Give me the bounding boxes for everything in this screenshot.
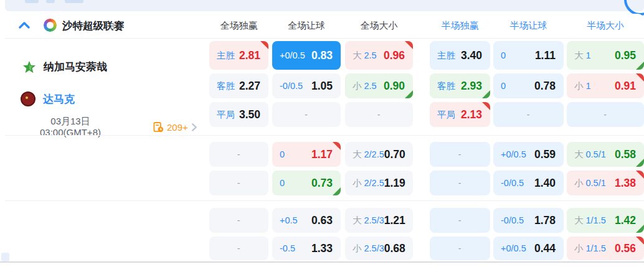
odds-cell[interactable]: 大1/1.51.42	[567, 208, 644, 233]
odds-value: 1.19	[384, 177, 405, 190]
group-divider	[5, 135, 644, 136]
strip-fragment	[46, 0, 55, 3]
odds-cell[interactable]: 客胜2.93	[430, 73, 490, 98]
odds-value: 0.90	[384, 80, 405, 93]
odds-cell[interactable]: +0/0.50.59	[493, 142, 564, 167]
odds-value: 1.42	[615, 214, 636, 227]
odds-value: 0.63	[311, 214, 333, 227]
odds-cell[interactable]: 小2.5/30.68	[345, 237, 413, 260]
column-header-fulltime-1x2: 全场独赢	[209, 20, 268, 32]
odds-line-type: 小	[353, 178, 362, 188]
odds-line-type: 大	[574, 149, 584, 159]
odds-cell[interactable]: 主胜2.81	[209, 41, 268, 70]
odds-selection-label: 大2.5/3	[353, 215, 384, 227]
odds-placeholder: -	[437, 243, 482, 253]
odds-selection-label: 0	[501, 50, 506, 60]
previous-section-strip	[5, 0, 644, 11]
odds-line-type: 小	[353, 243, 362, 253]
odds-value: 0.59	[534, 148, 556, 161]
odds-cell[interactable]: 客胜2.27	[209, 73, 268, 98]
home-team-logo-icon	[22, 60, 36, 74]
league-header: 沙特超级联赛 3 全场独赢 全场让球 全场大小 半场独赢 半场让球 半场大小	[5, 14, 644, 39]
odds-cell-empty: -	[493, 102, 564, 127]
more-markets-link[interactable]: 209+	[153, 122, 197, 133]
away-team-row[interactable]: 达马克	[21, 91, 75, 106]
league-match-count: 3	[110, 21, 115, 31]
odds-placeholder: -	[437, 215, 482, 225]
odds-line-type: 大	[353, 50, 362, 60]
odds-selection-label: 小2.5	[353, 80, 377, 92]
column-header-halftime-overunder: 半场大小	[567, 20, 644, 32]
odds-selection-label: 平局	[437, 109, 455, 121]
odds-value: 0.70	[384, 148, 405, 161]
odds-line-type: 小	[574, 243, 584, 253]
odds-cell[interactable]: -0/0.51.40	[493, 171, 564, 195]
odds-cell[interactable]: 小2/2.51.19	[345, 171, 413, 195]
odds-value: 0.68	[384, 242, 405, 255]
odds-line-type: 小	[574, 81, 584, 91]
odds-cell[interactable]: +0/0.50.44	[493, 237, 564, 260]
odds-value: 0.83	[311, 49, 333, 62]
odds-cell[interactable]: 小1/1.50.56	[567, 237, 644, 260]
odds-value: 1.17	[311, 148, 333, 161]
odds-cell[interactable]: 小2.50.90	[345, 73, 413, 98]
odds-selection-label: 0	[280, 149, 285, 159]
odds-cell-empty: -	[345, 102, 413, 127]
odds-selection-label: +0.5	[280, 215, 298, 225]
odds-cell[interactable]: 00.78	[493, 73, 564, 98]
odds-line-type: 大	[574, 50, 584, 60]
odds-cell[interactable]: +0/0.50.83	[272, 41, 341, 70]
odds-cell[interactable]: 小0.5/11.38	[567, 171, 644, 195]
odds-cell-empty: -	[430, 171, 490, 195]
odds-selection-label: 大2/2.5	[353, 149, 384, 161]
odds-cell[interactable]: 大0.5/10.58	[567, 142, 644, 167]
odds-selection-label: -0/0.5	[501, 178, 524, 188]
odds-placeholder: -	[437, 149, 482, 159]
odds-cell[interactable]: 01.17	[272, 142, 341, 167]
home-team-row[interactable]: 纳加马安萘哉	[22, 60, 107, 74]
match-time: 03:00(GMT+8)	[17, 127, 123, 138]
odds-cell[interactable]: 01.11	[493, 41, 564, 70]
odds-cell[interactable]: 00.73	[272, 171, 341, 195]
odds-selection-label: 0	[501, 81, 506, 91]
odds-cell[interactable]: 平局3.50	[209, 102, 268, 127]
odds-cell[interactable]: 大2/2.50.70	[345, 142, 413, 167]
odds-placeholder: -	[574, 110, 636, 119]
odds-selection-label: +0/0.5	[501, 243, 526, 253]
odds-selection-label: 大1/1.5	[574, 215, 606, 227]
odds-cell[interactable]: 平局2.13	[430, 102, 490, 127]
odds-value: 2.27	[239, 80, 260, 93]
odds-cell[interactable]: 小10.91	[567, 73, 644, 98]
horizontal-scrollbar[interactable]	[0, 261, 644, 263]
odds-placeholder: -	[217, 149, 260, 159]
odds-cell-empty: -	[209, 237, 268, 260]
odds-cell[interactable]: -0.51.33	[272, 237, 341, 260]
odds-cell[interactable]: 大2.5/31.21	[345, 208, 413, 233]
league-logo-icon	[44, 19, 57, 32]
odds-cell[interactable]: 大10.95	[567, 41, 644, 70]
odds-value: 1.78	[534, 214, 556, 227]
odds-value: 0.56	[615, 242, 636, 255]
odds-selection-label: 平局	[217, 109, 235, 121]
odds-cell[interactable]: 大2.50.96	[345, 41, 413, 70]
odds-cell[interactable]: -0/0.51.05	[272, 73, 341, 98]
odds-selection-label: 小2.5/3	[353, 243, 384, 255]
odds-selection-label: +0/0.5	[501, 149, 526, 159]
collapse-chevron-up-icon[interactable]	[19, 21, 30, 29]
home-team-name[interactable]: 纳加马安萘哉	[44, 60, 107, 74]
odds-value: 3.40	[461, 49, 482, 62]
odds-selection-label: 大2.5	[353, 50, 377, 62]
odds-line-type: 大	[574, 215, 584, 225]
odds-selection-label: 客胜	[437, 80, 455, 92]
odds-cell[interactable]: 主胜3.40	[430, 41, 490, 70]
away-team-logo-icon	[21, 91, 36, 106]
odds-cell-empty: -	[209, 171, 268, 195]
odds-selection-label: 客胜	[217, 80, 235, 92]
odds-value: 0.95	[615, 49, 636, 62]
away-team-name[interactable]: 达马克	[43, 92, 75, 106]
odds-cell-empty: -	[567, 102, 644, 127]
odds-placeholder: -	[217, 243, 260, 253]
odds-cell-empty: -	[209, 208, 268, 233]
odds-cell[interactable]: -0/0.51.78	[493, 208, 564, 233]
odds-cell[interactable]: +0.50.63	[272, 208, 341, 233]
